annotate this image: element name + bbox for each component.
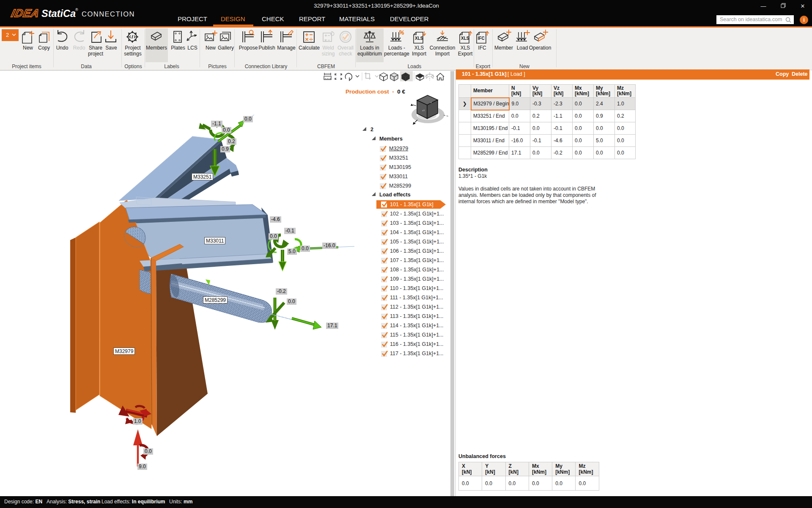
svg-text:CONNECTION: CONNECTION bbox=[82, 10, 135, 18]
svg-text:IFC: IFC bbox=[478, 36, 485, 41]
svg-text:XLS: XLS bbox=[415, 36, 423, 41]
svg-text:StatiCa: StatiCa bbox=[41, 8, 76, 19]
svg-text:XLS: XLS bbox=[461, 36, 469, 41]
svg-text:+Y: +Y bbox=[422, 109, 425, 112]
svg-text:z: z bbox=[431, 101, 432, 104]
